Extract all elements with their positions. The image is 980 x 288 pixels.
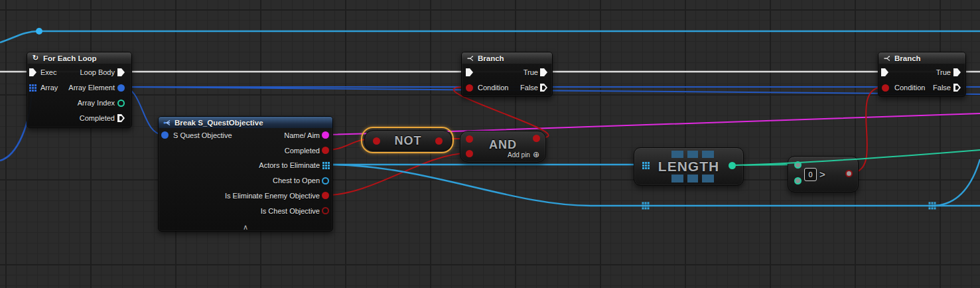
branch1-false-pin[interactable] [540, 84, 548, 92]
length-output-pin[interactable] [729, 162, 736, 170]
reroute-grid-1[interactable] [642, 202, 650, 210]
not-input-pin[interactable] [373, 137, 381, 145]
node-length[interactable]: LENGTH [634, 147, 744, 186]
node-greater[interactable]: 0 > [788, 156, 859, 192]
length-watermark [702, 151, 714, 158]
is-eliminate-enemy-pin[interactable] [322, 192, 330, 200]
collapse-chevron-icon[interactable]: ∧ [159, 223, 332, 231]
name-aim-pin[interactable] [322, 131, 330, 139]
length-label: LENGTH [658, 159, 719, 175]
wire-iselim-to-and[interactable] [326, 153, 467, 195]
pin-label: True [936, 68, 951, 76]
reroute-grid-2[interactable] [929, 202, 936, 210]
node-title: For Each Loop [43, 54, 97, 62]
completed-bool-pin[interactable] [322, 147, 330, 155]
pin-label: Condition [478, 84, 508, 92]
add-pin-icon: ⊕ [533, 150, 539, 159]
length-watermark [687, 175, 698, 182]
node-branch-2[interactable]: Branch True Condition False [878, 52, 966, 97]
and-output-pin[interactable] [533, 135, 541, 143]
greater-input-2-pin[interactable] [794, 177, 802, 185]
array-index-pin[interactable] [117, 100, 125, 108]
greater-input-1-pin[interactable] [794, 161, 802, 169]
pin-label: False [520, 84, 538, 92]
node-title: Branch [894, 54, 921, 62]
pin-label: Chest to Open [273, 177, 320, 184]
wire-actors-branch-up[interactable] [932, 159, 980, 206]
not-output-pin[interactable] [435, 137, 443, 145]
pin-label: Loop Body [80, 68, 115, 76]
array-input-pin[interactable] [29, 84, 37, 92]
length-input-pin[interactable] [642, 162, 650, 170]
length-watermark [687, 151, 698, 158]
node-for-each-loop[interactable]: ↻ For Each Loop Exec Loop Body Array Arr… [27, 52, 132, 128]
pin-label: True [524, 68, 538, 76]
actors-to-eliminate-pin[interactable] [322, 162, 330, 170]
node-header[interactable]: Branch [878, 52, 965, 64]
pin-label: Name/ Aim [284, 131, 320, 139]
greater-value-input[interactable]: 0 [804, 168, 817, 181]
not-label: NOT [395, 134, 422, 148]
array-element-pin[interactable] [117, 84, 125, 92]
pin-label: False [933, 84, 951, 92]
length-watermark [671, 175, 683, 182]
branch-icon [882, 54, 891, 62]
pin-label: Exec [40, 68, 56, 76]
pin-label: S Quest Objective [173, 131, 232, 139]
branch2-exec-pin[interactable] [881, 68, 889, 76]
pin-label: Array [40, 84, 58, 92]
length-watermark [671, 151, 683, 158]
pin-label: Is Eliminate Enemy Objective [225, 192, 320, 200]
branch1-true-pin[interactable] [540, 68, 548, 76]
length-watermark [702, 175, 714, 182]
is-chest-objective-pin[interactable] [322, 207, 330, 215]
node-and[interactable]: AND Add pin ⊕ [460, 131, 546, 163]
pin-label: Actors to Eliminate [259, 161, 320, 169]
pin-label: Array Index [78, 99, 115, 107]
add-pin-button[interactable]: Add pin ⊕ [508, 150, 539, 159]
and-input-1-pin[interactable] [466, 135, 474, 143]
greater-value: 0 [808, 171, 812, 179]
pin-label: Array Element [68, 84, 115, 92]
struct-input-pin[interactable] [161, 131, 169, 139]
greater-operator: > [819, 169, 826, 180]
branch1-condition-pin[interactable] [466, 84, 474, 92]
node-header[interactable]: Break S_QuestObjective [159, 117, 332, 128]
branch2-false-pin[interactable] [953, 84, 961, 92]
break-struct-icon [163, 118, 171, 127]
node-title: Branch [478, 54, 504, 62]
reroute-dot-cyan[interactable] [36, 28, 42, 35]
pin-label: Completed [80, 114, 115, 122]
and-input-2-pin[interactable] [466, 150, 474, 158]
node-not[interactable]: NOT [364, 130, 452, 151]
pin-label: Condition [894, 84, 925, 92]
completed-exec-pin[interactable] [117, 114, 125, 122]
loop-body-pin[interactable] [117, 68, 125, 76]
node-branch-1[interactable]: Branch True Condition False [461, 52, 553, 97]
exec-input-pin[interactable] [29, 68, 37, 76]
node-break-quest-objective[interactable]: Break S_QuestObjective S Quest Objective… [158, 116, 333, 232]
node-header[interactable]: Branch [462, 52, 552, 64]
branch2-true-pin[interactable] [953, 68, 961, 76]
blueprint-canvas[interactable]: ↻ For Each Loop Exec Loop Body Array Arr… [0, 0, 980, 288]
node-header[interactable]: ↻ For Each Loop [27, 52, 131, 64]
loop-icon: ↻ [31, 54, 40, 62]
node-title: Break S_QuestObjective [175, 119, 263, 127]
node-not-selection[interactable]: NOT [361, 127, 454, 153]
wire-cyan-top[interactable] [0, 31, 980, 42]
branch2-condition-pin[interactable] [882, 84, 890, 92]
chest-to-open-pin[interactable] [322, 177, 330, 185]
pin-label: Is Chest Objective [261, 207, 320, 215]
branch1-exec-pin[interactable] [466, 68, 474, 76]
add-pin-label: Add pin [508, 151, 530, 159]
branch-icon [466, 54, 474, 62]
greater-output-pin[interactable] [845, 170, 853, 178]
pin-label: Completed [285, 147, 320, 155]
